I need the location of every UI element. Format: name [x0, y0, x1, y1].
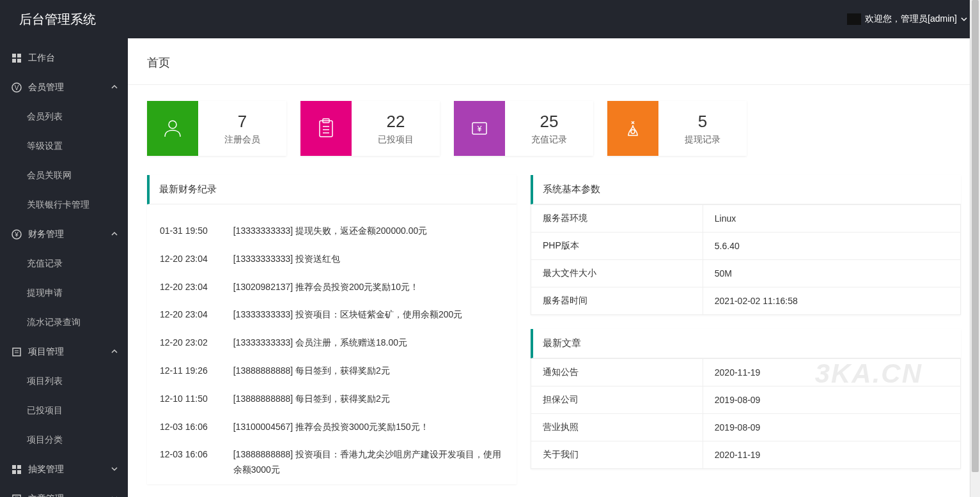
table-row[interactable]: 营业执照2019-08-09	[531, 414, 961, 441]
sidebar-item-article[interactable]: 文章管理	[0, 484, 128, 497]
svg-rect-2	[12, 59, 16, 63]
sidebar-item-label: 文章管理	[28, 493, 64, 497]
table-row: 12-20 23:04[13020982137] 推荐会员投资200元奖励10元…	[147, 273, 517, 302]
stat-number: 25	[540, 112, 559, 132]
sidebar-subitem-member-network[interactable]: 会员关联网	[0, 161, 128, 190]
panel-title: 系统基本参数	[531, 175, 961, 204]
stat-number: 22	[387, 112, 405, 132]
table-row: 12-11 19:26[13888888888] 每日签到，获得奖励2元	[147, 357, 517, 385]
stat-label: 充值记录	[531, 134, 567, 146]
svg-text:¥: ¥	[477, 125, 482, 134]
svg-rect-14	[17, 470, 21, 474]
sysinfo-table: 服务器环境LinuxPHP版本5.6.40最大文件大小50M服务器时间2021-…	[531, 204, 961, 315]
sidebar-item-label: 项目管理	[28, 346, 64, 358]
sidebar-subitem-project-list[interactable]: 项目列表	[0, 367, 128, 396]
articles-table: 通知公告2020-11-19担保公司2019-08-09营业执照2019-08-…	[531, 358, 961, 469]
sidebar-subitem-level-settings[interactable]: 等级设置	[0, 132, 128, 161]
user-icon	[162, 118, 183, 139]
svg-text:V: V	[15, 84, 19, 91]
svg-rect-0	[12, 54, 16, 57]
svg-rect-11	[12, 465, 16, 469]
sidebar-subitem-recharge[interactable]: 充值记录	[0, 249, 128, 279]
info-value: Linux	[703, 205, 960, 233]
table-row: 最大文件大小50M	[531, 260, 961, 287]
sidebar-subitem-invested[interactable]: 已投项目	[0, 396, 128, 425]
stat-number: 7	[238, 112, 247, 132]
table-row: 01-31 19:50[13333333333] 提现失败，返还金额200000…	[147, 204, 517, 245]
log-desc: [13333333333] 投资送红包	[221, 245, 517, 273]
panel-finance-records: 最新财务纪录 01-31 19:50[13333333333] 提现失败，返还金…	[147, 175, 517, 484]
log-time: 12-20 23:04	[147, 301, 221, 329]
chevron-down-icon	[111, 465, 118, 473]
sidebar-item-finance[interactable]: ¥ 财务管理	[0, 220, 128, 249]
log-time: 12-20 23:02	[147, 329, 221, 357]
log-desc: [13020982137] 推荐会员投资200元奖励10元！	[221, 273, 517, 302]
panel-system-info: 系统基本参数 服务器环境LinuxPHP版本5.6.40最大文件大小50M服务器…	[531, 175, 961, 315]
log-time: 12-03 16:06	[147, 441, 221, 484]
log-desc: [13100004567] 推荐会员投资3000元奖励150元！	[221, 413, 517, 441]
table-row: 服务器时间2021-02-02 11:16:58	[531, 287, 961, 315]
stat-label: 注册会员	[224, 134, 260, 146]
stat-label: 提现记录	[685, 134, 720, 146]
table-row: 12-20 23:02[13333333333] 会员注册，系统赠送18.00元	[147, 329, 517, 357]
panel-title: 最新财务纪录	[147, 175, 517, 204]
recharge-icon: ¥	[469, 118, 490, 139]
log-desc: [13888888888] 投资项目：香港九龙尖沙咀房产建设开发项目，使用余额3…	[221, 441, 517, 484]
scrollbar[interactable]	[970, 0, 980, 497]
sidebar-item-label: 会员管理	[28, 82, 64, 93]
svg-rect-3	[17, 59, 21, 63]
sidebar-subitem-member-list[interactable]: 会员列表	[0, 102, 128, 132]
main-content: 首页 7注册会员 22已投项目 ¥ 25充值记录 5提现记录	[128, 38, 980, 497]
clipboard-icon	[315, 118, 337, 139]
log-time: 12-20 23:04	[147, 245, 221, 273]
article-date: 2020-11-19	[703, 441, 960, 469]
table-row: 12-03 16:06[13100004567] 推荐会员投资3000元奖励15…	[147, 413, 517, 441]
info-value: 5.6.40	[703, 233, 960, 260]
sidebar-subitem-project-category[interactable]: 项目分类	[0, 425, 128, 455]
table-row[interactable]: 通知公告2020-11-19	[531, 359, 961, 386]
breadcrumb: 首页	[128, 38, 980, 85]
sidebar-item-dashboard[interactable]: 工作台	[0, 43, 128, 73]
info-key: 最大文件大小	[531, 260, 703, 287]
app-title: 后台管理系统	[19, 11, 96, 28]
project-icon	[12, 347, 22, 357]
stat-card-recharge[interactable]: ¥ 25充值记录	[454, 101, 593, 156]
table-row[interactable]: 担保公司2019-08-09	[531, 386, 961, 414]
log-time: 12-10 11:50	[147, 385, 221, 413]
user-menu[interactable]: 欢迎您，管理员[admin]	[847, 13, 967, 25]
stat-card-withdraw[interactable]: 5提现记录	[607, 101, 747, 156]
sidebar-subitem-flow[interactable]: 流水记录查询	[0, 308, 128, 337]
svg-rect-12	[17, 465, 21, 469]
table-row: 服务器环境Linux	[531, 205, 961, 233]
sidebar-subitem-withdraw[interactable]: 提现申请	[0, 279, 128, 308]
info-value: 50M	[703, 260, 960, 287]
scrollbar-thumb[interactable]	[972, 0, 979, 472]
table-row: 12-20 23:04[13333333333] 投资项目：区块链紫金矿，使用余…	[147, 301, 517, 329]
svg-rect-8	[13, 348, 20, 356]
log-time: 12-03 16:06	[147, 413, 221, 441]
log-time: 12-11 19:26	[147, 357, 221, 385]
sidebar-item-member[interactable]: V 会员管理	[0, 73, 128, 102]
chevron-up-icon	[111, 83, 118, 91]
article-icon	[12, 494, 22, 497]
article-title: 营业执照	[531, 414, 703, 441]
svg-point-27	[631, 130, 635, 134]
table-row[interactable]: 关于我们2020-11-19	[531, 441, 961, 469]
member-icon: V	[12, 82, 22, 93]
withdraw-icon	[622, 118, 644, 139]
stat-card-members[interactable]: 7注册会员	[147, 101, 286, 156]
table-row: 12-20 23:04[13333333333] 投资送红包	[147, 245, 517, 273]
article-title: 担保公司	[531, 386, 703, 414]
sidebar-item-label: 工作台	[28, 52, 55, 64]
sidebar-subitem-bankcard[interactable]: 关联银行卡管理	[0, 190, 128, 220]
table-row: PHP版本5.6.40	[531, 233, 961, 260]
log-desc: [13888888888] 每日签到，获得奖励2元	[221, 357, 517, 385]
chevron-up-icon	[111, 348, 118, 355]
sidebar-item-lottery[interactable]: 抽奖管理	[0, 455, 128, 484]
lottery-icon	[12, 464, 22, 475]
stat-label: 已投项目	[378, 134, 414, 146]
sidebar-item-label: 抽奖管理	[28, 464, 64, 475]
sidebar-item-project[interactable]: 项目管理	[0, 337, 128, 367]
stat-card-projects[interactable]: 22已投项目	[300, 101, 440, 156]
log-desc: [13333333333] 会员注册，系统赠送18.00元	[221, 329, 517, 357]
